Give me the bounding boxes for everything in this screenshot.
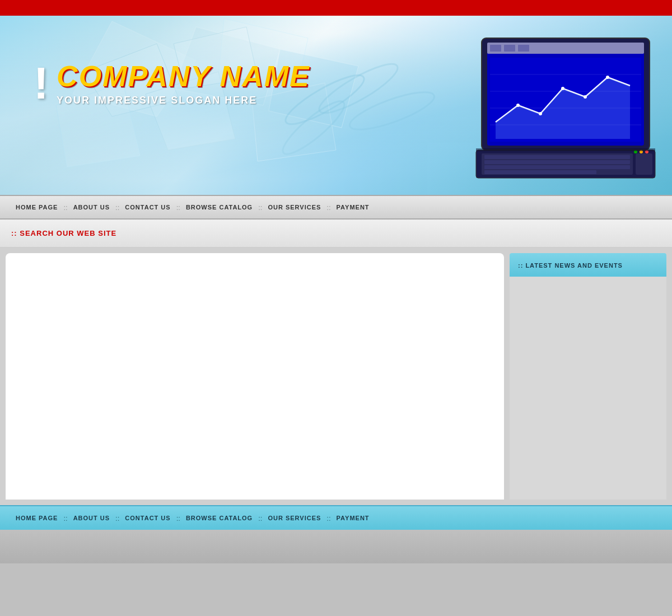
footer-nav-item-aboutus[interactable]: ABOUT US	[69, 515, 114, 521]
main-content-area	[6, 253, 504, 500]
svg-rect-41	[476, 148, 655, 151]
svg-point-26	[516, 104, 520, 107]
svg-rect-18	[504, 45, 515, 52]
footer-nav-bar: HOME PAGE :: ABOUT US :: CONTACT US :: B…	[0, 505, 672, 530]
svg-rect-36	[484, 170, 596, 174]
search-bar: :: SEARCH OUR WEB SITE	[0, 220, 672, 248]
footer-nav-item-homepage[interactable]: HOME PAGE	[11, 515, 62, 521]
nav-item-contactus[interactable]: CONTACT US	[120, 204, 175, 211]
nav-item-aboutus[interactable]: ABOUT US	[69, 204, 114, 211]
main-inner: :: LATEST NEWS AND EVENTS	[6, 253, 666, 500]
footer-nav-sep-1: ::	[62, 514, 68, 522]
svg-rect-19	[518, 45, 529, 52]
footer-nav-item-payment[interactable]: PAYMENT	[332, 515, 374, 521]
sidebar-right: :: LATEST NEWS AND EVENTS	[510, 253, 666, 500]
company-name: COMPANY NAME	[57, 60, 310, 92]
nav-bar: HOME PAGE :: ABOUT US :: CONTACT US :: B…	[0, 195, 672, 220]
laptop-svg	[470, 32, 661, 189]
top-red-bar	[0, 0, 672, 16]
nav-item-homepage[interactable]: HOME PAGE	[11, 204, 62, 211]
svg-point-27	[539, 112, 542, 115]
nav-sep-3: ::	[175, 203, 181, 212]
svg-rect-35	[484, 165, 630, 169]
svg-rect-34	[484, 160, 630, 164]
company-text-block: COMPANY NAME YOUR IMPRESSIVE SLOGAN HERE	[57, 60, 310, 106]
sidebar-header: :: LATEST NEWS AND EVENTS	[510, 253, 666, 277]
svg-point-30	[606, 76, 609, 79]
header-banner: ! COMPANY NAME YOUR IMPRESSIVE SLOGAN HE…	[0, 16, 672, 195]
svg-rect-33	[484, 155, 630, 159]
sidebar-header-text: :: LATEST NEWS AND EVENTS	[518, 262, 623, 269]
search-label: :: SEARCH OUR WEB SITE	[11, 229, 116, 237]
nav-item-ourservices[interactable]: OUR SERVICES	[263, 204, 325, 211]
footer-nav-item-contactus[interactable]: CONTACT US	[120, 515, 175, 521]
banner-content: ! COMPANY NAME YOUR IMPRESSIVE SLOGAN HE…	[34, 60, 310, 106]
footer-nav-sep-5: ::	[325, 514, 332, 522]
svg-rect-37	[636, 153, 652, 175]
svg-rect-17	[490, 45, 501, 52]
main-wrapper: :: LATEST NEWS AND EVENTS	[0, 248, 672, 505]
logo-exclaim: !	[34, 61, 49, 106]
sidebar-content	[510, 277, 666, 500]
svg-point-29	[584, 95, 587, 99]
footer-nav-item-browsecatalog[interactable]: BROWSE CATALOG	[181, 515, 257, 521]
svg-point-28	[561, 87, 564, 90]
nav-sep-4: ::	[257, 203, 263, 212]
footer-nav-sep-4: ::	[257, 514, 263, 522]
nav-item-payment[interactable]: PAYMENT	[332, 204, 374, 211]
nav-sep-2: ::	[114, 203, 120, 212]
laptop-illustration	[470, 32, 661, 189]
bottom-area	[0, 530, 672, 563]
footer-nav-sep-3: ::	[175, 514, 181, 522]
nav-sep-5: ::	[325, 203, 332, 212]
footer-nav-item-ourservices[interactable]: OUR SERVICES	[263, 515, 325, 521]
nav-item-browsecatalog[interactable]: BROWSE CATALOG	[181, 204, 257, 211]
footer-nav-sep-2: ::	[114, 514, 120, 522]
company-slogan: YOUR IMPRESSIVE SLOGAN HERE	[57, 95, 310, 106]
nav-sep-1: ::	[62, 203, 68, 212]
